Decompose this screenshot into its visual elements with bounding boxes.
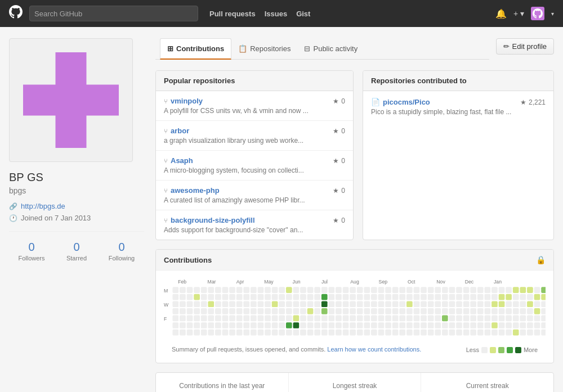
contribution-svg: Feb Mar Apr May Jun Jul Aug Sep Oct Nov …: [164, 277, 546, 339]
svg-rect-94: [251, 301, 257, 307]
svg-rect-31: [187, 301, 193, 307]
svg-rect-43: [201, 287, 207, 293]
svg-rect-201: [357, 316, 363, 322]
svg-rect-363: [520, 322, 526, 328]
search-input[interactable]: [29, 6, 198, 21]
svg-rect-285: [442, 316, 448, 322]
svg-rect-353: [513, 301, 519, 307]
svg-text:Mar: Mar: [207, 279, 216, 285]
followers-stat[interactable]: 0 Followers: [9, 241, 54, 262]
repo-name-3[interactable]: awesome-php: [171, 186, 220, 195]
gist-link[interactable]: Gist: [296, 10, 310, 18]
svg-rect-286: [442, 322, 448, 328]
svg-rect-179: [336, 308, 342, 314]
profile-username: bpgs: [9, 186, 144, 195]
add-menu[interactable]: + ▾: [513, 9, 524, 18]
svg-rect-89: [243, 316, 249, 322]
fork-icon-4: ⑂: [164, 217, 168, 224]
svg-rect-306: [463, 316, 470, 322]
svg-rect-80: [236, 301, 243, 307]
svg-rect-124: [279, 316, 285, 322]
svg-rect-97: [251, 322, 257, 328]
svg-rect-96: [251, 316, 257, 322]
svg-rect-300: [456, 322, 462, 328]
repo-name-0[interactable]: vminpoly: [171, 97, 203, 105]
svg-rect-293: [449, 322, 455, 328]
user-avatar[interactable]: [531, 7, 544, 20]
svg-rect-288: [449, 287, 455, 293]
svg-rect-162: [321, 287, 328, 293]
legend-cell-3: [507, 347, 513, 353]
svg-text:F: F: [164, 316, 167, 322]
edit-profile-button[interactable]: ✏ Edit profile: [496, 38, 554, 55]
svg-rect-79: [236, 294, 243, 300]
svg-rect-149: [307, 294, 314, 300]
svg-rect-102: [258, 308, 264, 314]
tab-public-activity[interactable]: ⊟ Public activity: [297, 38, 364, 60]
svg-rect-178: [336, 301, 342, 307]
svg-rect-54: [208, 316, 214, 322]
svg-rect-217: [371, 330, 377, 336]
svg-rect-369: [527, 316, 533, 322]
repo-item-0: ⑂ vminpoly ★ 0 A polyfill for CSS units …: [156, 91, 353, 121]
pull-requests-link[interactable]: Pull requests: [209, 10, 256, 18]
starred-stat[interactable]: 0 Starred: [54, 241, 99, 262]
svg-rect-185: [343, 301, 349, 307]
repo-name-4[interactable]: background-size-polyfill: [171, 216, 255, 224]
svg-rect-246: [406, 287, 413, 293]
svg-rect-63: [215, 330, 221, 336]
svg-rect-36: [194, 287, 200, 293]
svg-rect-15: [172, 287, 178, 293]
svg-rect-129: [286, 301, 292, 307]
svg-rect-277: [435, 308, 441, 314]
svg-rect-258: [414, 322, 420, 328]
svg-rect-264: [421, 316, 427, 322]
svg-rect-331: [491, 294, 498, 300]
svg-rect-151: [307, 308, 314, 314]
avatar-dropdown-icon[interactable]: ▾: [551, 11, 554, 17]
svg-rect-62: [215, 322, 221, 328]
svg-rect-271: [428, 316, 434, 322]
svg-rect-382: [541, 308, 546, 314]
following-stat[interactable]: 0 Following: [99, 241, 144, 262]
svg-rect-38: [194, 301, 200, 307]
svg-rect-16: [172, 294, 178, 300]
contributions-panel-header: Contributions 🔒: [156, 250, 553, 271]
avatar-image: [23, 52, 119, 148]
svg-rect-272: [428, 322, 434, 328]
svg-rect-83: [236, 322, 243, 328]
svg-rect-270: [428, 308, 434, 314]
tab-repositories[interactable]: 📋 Repositories: [231, 38, 297, 60]
repo-name-1[interactable]: arbor: [171, 127, 189, 135]
svg-rect-341: [499, 316, 505, 322]
svg-rect-312: [470, 308, 476, 314]
svg-rect-41: [194, 322, 200, 328]
svg-rect-214: [371, 308, 377, 314]
notifications-icon[interactable]: 🔔: [495, 8, 507, 19]
contrib-repo-name-0[interactable]: 📄 picocms/Pico: [371, 98, 430, 106]
svg-rect-202: [357, 322, 363, 328]
issues-link[interactable]: Issues: [265, 10, 287, 18]
svg-rect-126: [279, 330, 285, 336]
svg-rect-205: [364, 294, 370, 300]
svg-rect-302: [463, 287, 470, 293]
svg-rect-268: [428, 294, 434, 300]
svg-text:Apr: Apr: [236, 279, 244, 285]
svg-rect-206: [364, 301, 370, 307]
tab-contributions[interactable]: ⊞ Contributions: [160, 38, 231, 60]
svg-rect-305: [463, 308, 470, 314]
website-link[interactable]: http://bpgs.de: [21, 202, 65, 210]
svg-rect-380: [541, 294, 546, 300]
svg-rect-383: [541, 316, 546, 322]
github-logo-icon[interactable]: [9, 5, 23, 22]
svg-rect-208: [364, 316, 370, 322]
svg-rect-213: [371, 301, 377, 307]
learn-contributions-link[interactable]: Learn how we count contributions.: [327, 346, 421, 353]
svg-rect-30: [187, 294, 193, 300]
svg-rect-133: [286, 330, 292, 336]
svg-rect-357: [513, 330, 519, 336]
svg-rect-332: [491, 301, 498, 307]
repo-name-2[interactable]: Asaph: [171, 156, 193, 165]
svg-rect-117: [272, 316, 278, 322]
svg-rect-200: [357, 308, 363, 314]
